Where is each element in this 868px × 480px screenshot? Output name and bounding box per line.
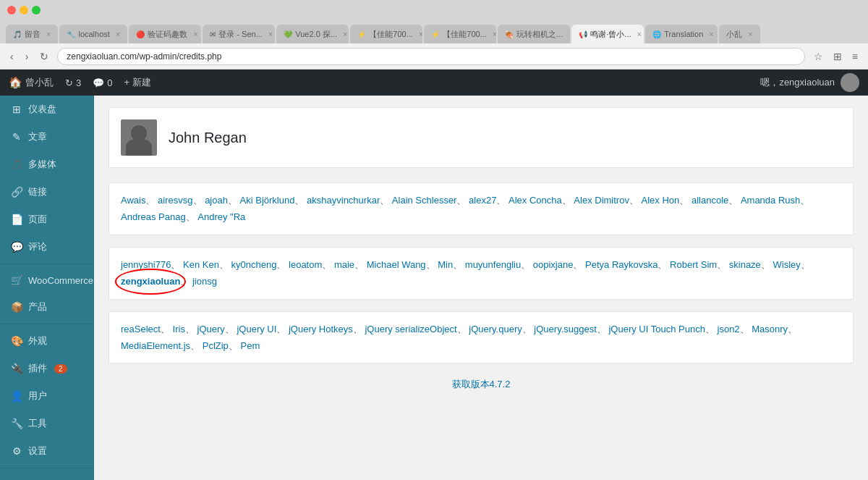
tab-close-icon[interactable]: × bbox=[709, 30, 713, 38]
maximize-button[interactable] bbox=[32, 6, 41, 14]
sidebar-item-plugins[interactable]: 🔌 插件 2 bbox=[0, 355, 94, 382]
admin-bar-new[interactable]: + 新建 bbox=[124, 76, 150, 89]
tab-label: 【佳能700... bbox=[443, 29, 487, 40]
library-link[interactable]: reaSelect bbox=[121, 324, 161, 334]
contributor-link[interactable]: Alex Concha bbox=[509, 195, 562, 206]
get-version-link[interactable]: 获取版本4.7.2 bbox=[452, 379, 511, 390]
tab-translation[interactable]: 🌐 Translation × bbox=[645, 25, 718, 43]
contributor-link[interactable]: ky0ncheng bbox=[231, 259, 277, 270]
sidebar-item-dashboard[interactable]: ⊞ 仪表盘 bbox=[0, 96, 94, 123]
tab-login[interactable]: ✉ 登录 - Sen... × bbox=[203, 25, 275, 43]
contributor-link[interactable]: Awais bbox=[121, 195, 145, 206]
menu-icon[interactable]: ≡ bbox=[849, 49, 861, 64]
admin-user-label[interactable]: 嗯，zengxiaoluan bbox=[760, 76, 835, 89]
tab-liuyin[interactable]: 🎵 留音 × bbox=[6, 25, 58, 43]
tab-close-icon[interactable]: × bbox=[193, 30, 197, 38]
tab-close-icon[interactable]: × bbox=[493, 30, 496, 38]
tab-localhost[interactable]: 🔧 localhost × bbox=[59, 25, 127, 43]
tab-canon2[interactable]: ⚡ 【佳能700... × bbox=[424, 25, 496, 43]
sidebar-item-tools[interactable]: 🔧 工具 bbox=[0, 410, 94, 437]
sidebar-label-posts: 文章 bbox=[28, 130, 47, 143]
refresh-button[interactable]: ↻ bbox=[37, 48, 51, 65]
tab-xiaoluan[interactable]: 小乱 × bbox=[719, 25, 760, 43]
comments-count: 0 bbox=[107, 77, 112, 88]
library-link[interactable]: json2 bbox=[718, 324, 740, 334]
sidebar-item-woocommerce[interactable]: 🛒 WooCommerce bbox=[0, 267, 94, 293]
tab-vue[interactable]: 💚 Vue2.0 探... × bbox=[276, 25, 349, 43]
library-link[interactable]: jQuery Hotkeys bbox=[289, 324, 353, 334]
library-link[interactable]: PclZip bbox=[203, 340, 229, 351]
library-link[interactable]: jQuery serializeObject bbox=[365, 324, 456, 334]
contributor-link[interactable]: akshayvinchurkar bbox=[307, 195, 380, 206]
contributor-link[interactable]: Andrey "Ra bbox=[197, 211, 245, 222]
sidebar-item-wordfence[interactable]: 🛡 Wordfence bbox=[0, 471, 94, 480]
sidebar-item-appearance[interactable]: 🎨 外观 bbox=[0, 327, 94, 355]
contributor-link[interactable]: skinaze bbox=[729, 259, 761, 270]
library-link[interactable]: jQuery bbox=[197, 324, 225, 334]
contributor-link[interactable]: allancole bbox=[692, 195, 728, 206]
contributor-link[interactable]: airesvsg bbox=[158, 195, 192, 206]
tab-captcha[interactable]: 🔴 验证码趣数 × bbox=[129, 25, 201, 43]
tab-favicon: 📢 bbox=[579, 30, 587, 38]
back-button[interactable]: ‹ bbox=[7, 48, 17, 65]
contributor-link[interactable]: maie bbox=[334, 259, 354, 270]
forward-button[interactable]: › bbox=[22, 48, 32, 65]
tab-close-icon[interactable]: × bbox=[46, 30, 51, 38]
minimize-button[interactable] bbox=[20, 6, 28, 14]
sidebar-separator-3 bbox=[0, 468, 94, 468]
contributor-link[interactable]: Ken Ken bbox=[183, 259, 219, 270]
contributor-link[interactable]: jionsg bbox=[192, 276, 217, 287]
contributor-link[interactable]: Michael Wang bbox=[367, 259, 426, 270]
sidebar-item-products[interactable]: 📦 产品 bbox=[0, 293, 94, 321]
bookmark-icon[interactable]: ☆ bbox=[811, 49, 826, 64]
contributor-link[interactable]: leoatom bbox=[289, 259, 322, 270]
contributor-link[interactable]: Wisley bbox=[773, 259, 800, 270]
tab-close-icon[interactable]: × bbox=[748, 30, 752, 38]
contributor-link[interactable]: Alain Schlesser bbox=[392, 195, 457, 206]
tab-credits[interactable]: 📢 鸣谢·曾小... × bbox=[571, 25, 644, 43]
sidebar-item-comments[interactable]: 💬 评论 bbox=[0, 233, 94, 261]
highlighted-contributor-link[interactable]: zengxiaoluan bbox=[121, 276, 180, 287]
contributor-link[interactable]: Petya Raykovska bbox=[585, 259, 658, 270]
library-link[interactable]: Masonry bbox=[752, 324, 788, 334]
contributor-link[interactable]: Andreas Panag bbox=[121, 211, 186, 222]
contributor-link[interactable]: Aki Björklund bbox=[240, 195, 295, 206]
sidebar-item-posts[interactable]: ✎ 文章 bbox=[0, 123, 94, 151]
contributor-link[interactable]: Alex Dimitrov bbox=[574, 195, 629, 206]
tab-close-icon[interactable]: × bbox=[268, 30, 273, 38]
address-bar[interactable]: zengxiaoluan.com/wp-admin/credits.php bbox=[57, 48, 804, 65]
contributor-link[interactable]: Robert Sim bbox=[670, 259, 717, 270]
tab-camera[interactable]: 🍖 玩转相机之... × bbox=[498, 25, 570, 43]
contributor-link[interactable]: muyunfengliu bbox=[465, 259, 521, 270]
tab-close-icon[interactable]: × bbox=[116, 30, 120, 38]
extensions-icon[interactable]: ⊞ bbox=[830, 49, 845, 64]
sidebar-item-users[interactable]: 👤 用户 bbox=[0, 382, 94, 410]
sidebar-item-media[interactable]: 🎵 多媒体 bbox=[0, 151, 94, 178]
contributor-link[interactable]: Min bbox=[438, 259, 453, 270]
contributor-link[interactable]: alex27 bbox=[469, 195, 496, 206]
library-link[interactable]: MediaElement.js bbox=[121, 340, 190, 351]
library-link[interactable]: Pem bbox=[240, 340, 260, 351]
library-link[interactable]: jQuery UI bbox=[237, 324, 276, 334]
admin-bar-updates[interactable]: ↻ 3 bbox=[65, 77, 81, 88]
library-link[interactable]: jQuery.query bbox=[469, 324, 522, 334]
library-link[interactable]: jQuery.suggest bbox=[534, 324, 596, 334]
contributor-link[interactable]: jennyshi776 bbox=[121, 259, 171, 270]
sidebar-item-pages[interactable]: 📄 页面 bbox=[0, 206, 94, 233]
library-link[interactable]: Iris bbox=[173, 324, 185, 334]
tab-close-icon[interactable]: × bbox=[637, 30, 642, 38]
contributor-link[interactable]: Alex Hon bbox=[642, 195, 680, 206]
contributor-link[interactable]: oopixjane bbox=[533, 259, 574, 270]
sidebar-item-settings[interactable]: ⚙ 设置 bbox=[0, 437, 94, 465]
contributor-link[interactable]: Amanda Rush bbox=[741, 195, 800, 206]
tab-close-icon[interactable]: × bbox=[569, 30, 570, 38]
admin-bar-comments[interactable]: 💬 0 bbox=[93, 77, 112, 88]
admin-bar-home[interactable]: 🏠 曾小乱 bbox=[9, 76, 54, 89]
sidebar-item-links[interactable]: 🔗 链接 bbox=[0, 178, 94, 206]
contributor-link[interactable]: ajoah bbox=[205, 195, 228, 206]
tab-close-icon[interactable]: × bbox=[419, 30, 422, 38]
library-link[interactable]: jQuery UI Touch Punch bbox=[608, 324, 705, 334]
close-button[interactable] bbox=[7, 6, 16, 14]
tab-canon1[interactable]: ⚡ 【佳能700... × bbox=[350, 25, 422, 43]
tab-close-icon[interactable]: × bbox=[343, 30, 347, 38]
